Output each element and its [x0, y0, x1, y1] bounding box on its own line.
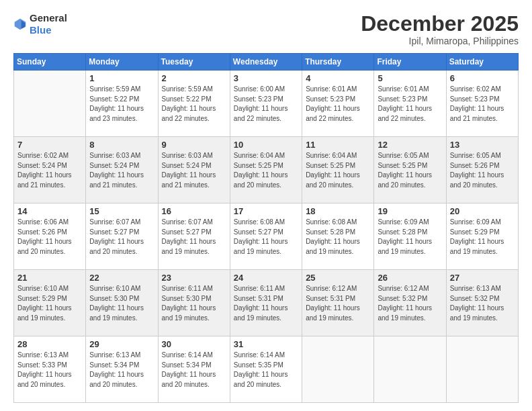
day-info: Sunrise: 5:59 AM Sunset: 5:22 PM Dayligh…	[162, 85, 226, 124]
day-info: Sunrise: 6:12 AM Sunset: 5:32 PM Dayligh…	[378, 284, 442, 323]
table-row: 28Sunrise: 6:13 AM Sunset: 5:33 PM Dayli…	[14, 336, 86, 403]
day-info: Sunrise: 5:59 AM Sunset: 5:22 PM Dayligh…	[89, 85, 154, 124]
day-number: 15	[89, 206, 154, 216]
calendar-week-row: 21Sunrise: 6:10 AM Sunset: 5:29 PM Dayli…	[14, 270, 519, 336]
day-number: 1	[89, 73, 154, 83]
day-info: Sunrise: 6:01 AM Sunset: 5:23 PM Dayligh…	[378, 85, 442, 124]
table-row: 6Sunrise: 6:02 AM Sunset: 5:23 PM Daylig…	[446, 71, 518, 137]
day-info: Sunrise: 6:06 AM Sunset: 5:26 PM Dayligh…	[17, 218, 82, 257]
col-sunday: Sunday	[14, 54, 86, 71]
logo-general: General	[30, 12, 67, 24]
table-row: 24Sunrise: 6:11 AM Sunset: 5:31 PM Dayli…	[230, 270, 302, 336]
day-number: 9	[162, 140, 226, 150]
table-row	[374, 336, 446, 403]
day-info: Sunrise: 6:13 AM Sunset: 5:32 PM Dayligh…	[450, 284, 515, 323]
day-number: 19	[378, 206, 442, 216]
day-number: 10	[234, 140, 298, 150]
day-number: 6	[450, 73, 515, 83]
day-number: 18	[306, 206, 370, 216]
day-number: 13	[450, 140, 515, 150]
day-number: 24	[234, 273, 298, 283]
day-number: 8	[89, 140, 154, 150]
day-number: 3	[234, 73, 298, 83]
day-info: Sunrise: 6:05 AM Sunset: 5:25 PM Dayligh…	[378, 151, 442, 190]
table-row: 26Sunrise: 6:12 AM Sunset: 5:32 PM Dayli…	[374, 270, 446, 336]
day-info: Sunrise: 6:01 AM Sunset: 5:23 PM Dayligh…	[306, 85, 370, 124]
day-number: 27	[450, 273, 515, 283]
day-info: Sunrise: 6:14 AM Sunset: 5:34 PM Dayligh…	[162, 351, 226, 390]
col-thursday: Thursday	[302, 54, 374, 71]
day-number: 7	[17, 140, 82, 150]
table-row: 12Sunrise: 6:05 AM Sunset: 5:25 PM Dayli…	[374, 137, 446, 203]
day-number: 28	[17, 339, 82, 349]
table-row: 16Sunrise: 6:07 AM Sunset: 5:27 PM Dayli…	[158, 203, 230, 270]
day-number: 22	[89, 273, 154, 283]
day-info: Sunrise: 6:09 AM Sunset: 5:28 PM Dayligh…	[378, 218, 442, 257]
col-friday: Friday	[374, 54, 446, 71]
calendar-week-row: 7Sunrise: 6:02 AM Sunset: 5:24 PM Daylig…	[14, 137, 519, 203]
day-number: 29	[89, 339, 154, 349]
day-number: 20	[450, 206, 515, 216]
table-row: 29Sunrise: 6:13 AM Sunset: 5:34 PM Dayli…	[86, 336, 158, 403]
calendar-title: December 2025	[361, 12, 519, 36]
day-number: 23	[162, 273, 226, 283]
table-row: 19Sunrise: 6:09 AM Sunset: 5:28 PM Dayli…	[374, 203, 446, 270]
day-number: 12	[378, 140, 442, 150]
day-info: Sunrise: 6:02 AM Sunset: 5:24 PM Dayligh…	[17, 151, 82, 190]
day-info: Sunrise: 6:00 AM Sunset: 5:23 PM Dayligh…	[234, 85, 298, 124]
day-number: 4	[306, 73, 370, 83]
table-row: 5Sunrise: 6:01 AM Sunset: 5:23 PM Daylig…	[374, 71, 446, 137]
table-row: 2Sunrise: 5:59 AM Sunset: 5:22 PM Daylig…	[158, 71, 230, 137]
table-row: 31Sunrise: 6:14 AM Sunset: 5:35 PM Dayli…	[230, 336, 302, 403]
day-info: Sunrise: 6:04 AM Sunset: 5:25 PM Dayligh…	[306, 151, 370, 190]
table-row: 30Sunrise: 6:14 AM Sunset: 5:34 PM Dayli…	[158, 336, 230, 403]
day-number: 21	[17, 273, 82, 283]
table-row: 8Sunrise: 6:03 AM Sunset: 5:24 PM Daylig…	[86, 137, 158, 203]
header-row: Sunday Monday Tuesday Wednesday Thursday…	[14, 54, 519, 71]
table-row: 15Sunrise: 6:07 AM Sunset: 5:27 PM Dayli…	[86, 203, 158, 270]
day-number: 5	[378, 73, 442, 83]
table-row: 23Sunrise: 6:11 AM Sunset: 5:30 PM Dayli…	[158, 270, 230, 336]
day-info: Sunrise: 6:05 AM Sunset: 5:26 PM Dayligh…	[450, 151, 515, 190]
table-row: 25Sunrise: 6:12 AM Sunset: 5:31 PM Dayli…	[302, 270, 374, 336]
day-number: 11	[306, 140, 370, 150]
table-row: 20Sunrise: 6:09 AM Sunset: 5:29 PM Dayli…	[446, 203, 518, 270]
logo-blue: Blue	[30, 24, 52, 36]
table-row: 22Sunrise: 6:10 AM Sunset: 5:30 PM Dayli…	[86, 270, 158, 336]
day-number: 17	[234, 206, 298, 216]
table-row: 4Sunrise: 6:01 AM Sunset: 5:23 PM Daylig…	[302, 71, 374, 137]
table-row: 17Sunrise: 6:08 AM Sunset: 5:27 PM Dayli…	[230, 203, 302, 270]
day-info: Sunrise: 6:08 AM Sunset: 5:28 PM Dayligh…	[306, 218, 370, 257]
day-number: 26	[378, 273, 442, 283]
table-row	[446, 336, 518, 403]
day-number: 14	[17, 206, 82, 216]
day-number: 30	[162, 339, 226, 349]
calendar-week-row: 1Sunrise: 5:59 AM Sunset: 5:22 PM Daylig…	[14, 71, 519, 137]
calendar-week-row: 28Sunrise: 6:13 AM Sunset: 5:33 PM Dayli…	[14, 336, 519, 403]
day-info: Sunrise: 6:12 AM Sunset: 5:31 PM Dayligh…	[306, 284, 370, 323]
day-info: Sunrise: 6:03 AM Sunset: 5:24 PM Dayligh…	[89, 151, 154, 190]
table-row: 21Sunrise: 6:10 AM Sunset: 5:29 PM Dayli…	[14, 270, 86, 336]
col-saturday: Saturday	[446, 54, 518, 71]
day-info: Sunrise: 6:02 AM Sunset: 5:23 PM Dayligh…	[450, 85, 515, 124]
table-row: 18Sunrise: 6:08 AM Sunset: 5:28 PM Dayli…	[302, 203, 374, 270]
day-info: Sunrise: 6:13 AM Sunset: 5:34 PM Dayligh…	[89, 351, 154, 390]
day-info: Sunrise: 6:11 AM Sunset: 5:30 PM Dayligh…	[162, 284, 226, 323]
header: General Blue December 2025 Ipil, Mimarop…	[13, 12, 519, 46]
calendar-location: Ipil, Mimaropa, Philippines	[361, 36, 519, 46]
logo-icon	[13, 17, 27, 31]
table-row: 3Sunrise: 6:00 AM Sunset: 5:23 PM Daylig…	[230, 71, 302, 137]
day-info: Sunrise: 6:10 AM Sunset: 5:29 PM Dayligh…	[17, 284, 82, 323]
table-row: 9Sunrise: 6:03 AM Sunset: 5:24 PM Daylig…	[158, 137, 230, 203]
day-info: Sunrise: 6:08 AM Sunset: 5:27 PM Dayligh…	[234, 218, 298, 257]
day-info: Sunrise: 6:03 AM Sunset: 5:24 PM Dayligh…	[162, 151, 226, 190]
logo-text: General Blue	[30, 12, 67, 36]
day-info: Sunrise: 6:14 AM Sunset: 5:35 PM Dayligh…	[234, 351, 298, 390]
day-info: Sunrise: 6:07 AM Sunset: 5:27 PM Dayligh…	[162, 218, 226, 257]
table-row: 7Sunrise: 6:02 AM Sunset: 5:24 PM Daylig…	[14, 137, 86, 203]
day-info: Sunrise: 6:10 AM Sunset: 5:30 PM Dayligh…	[89, 284, 154, 323]
table-row: 13Sunrise: 6:05 AM Sunset: 5:26 PM Dayli…	[446, 137, 518, 203]
table-row: 11Sunrise: 6:04 AM Sunset: 5:25 PM Dayli…	[302, 137, 374, 203]
col-tuesday: Tuesday	[158, 54, 230, 71]
calendar-table: Sunday Monday Tuesday Wednesday Thursday…	[13, 53, 519, 403]
